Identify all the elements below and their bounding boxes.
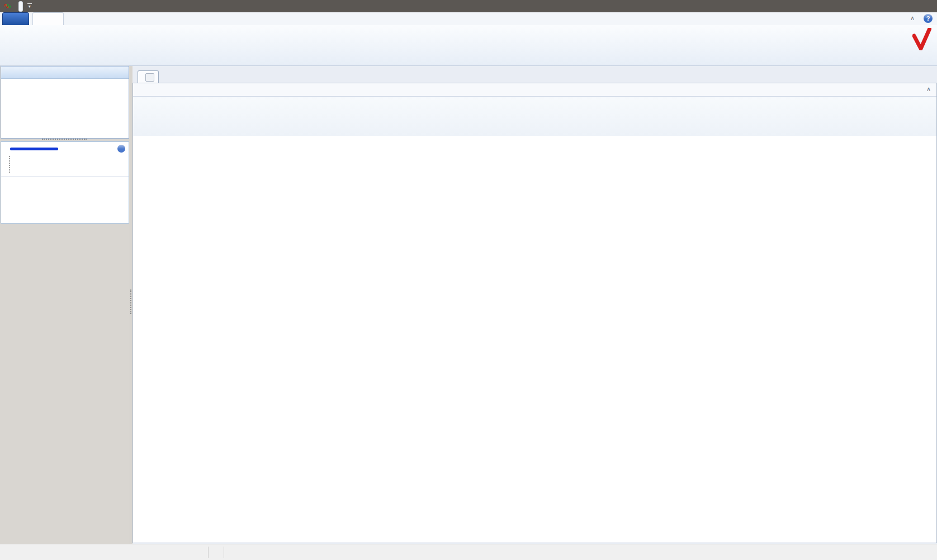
splitter-handle-icon [130,290,131,314]
collapse-ribbon-icon[interactable]: ∧ [910,15,915,22]
document-tab-spectrum1[interactable] [138,70,159,83]
ribbon-tab-row: ∧ ? [0,12,937,26]
spectrum-panel: ∧ [132,83,937,543]
help-icon[interactable]: ? [924,14,933,23]
brand-check-icon [912,28,931,50]
collapse-panel-ribbon-icon[interactable]: ∧ [926,86,931,93]
experiment-tree [1,79,129,87]
status-separator [208,547,209,558]
tab-home[interactable] [32,12,64,25]
close-tab-icon[interactable] [145,73,154,82]
app-logo-icon: ∿∿ [3,0,12,12]
avasoft-window: ∿∿ ▾ ∧ ? [0,0,937,560]
main-ribbon [0,25,937,66]
brand-logo [916,28,929,46]
title-bar: ∿∿ ▾ [0,0,937,12]
device-progress-bar [10,148,58,150]
customize-quick-access-icon[interactable]: ▾ [27,3,32,9]
spectrum-chart[interactable] [133,136,936,542]
device-panel [1,141,129,224]
tab-file[interactable] [2,12,29,26]
tab-view[interactable] [67,12,93,25]
panel-ribbon [133,97,936,136]
experiment-information-panel [1,66,129,139]
sidebar-background [0,66,129,560]
brand-name [916,28,929,47]
device-settings [1,176,129,181]
status-separator [224,547,224,558]
status-bar [0,544,937,560]
collapse-panel-icon[interactable] [117,145,125,153]
toolbar-drag-handle[interactable] [9,156,10,173]
experiment-information-title [1,67,129,79]
main-area: ∧ [132,66,937,560]
device-toolbar [9,156,129,173]
horizontal-splitter[interactable] [42,139,87,140]
quick-access-toolbar [18,1,23,12]
panel-tab-row: ∧ [133,83,936,97]
